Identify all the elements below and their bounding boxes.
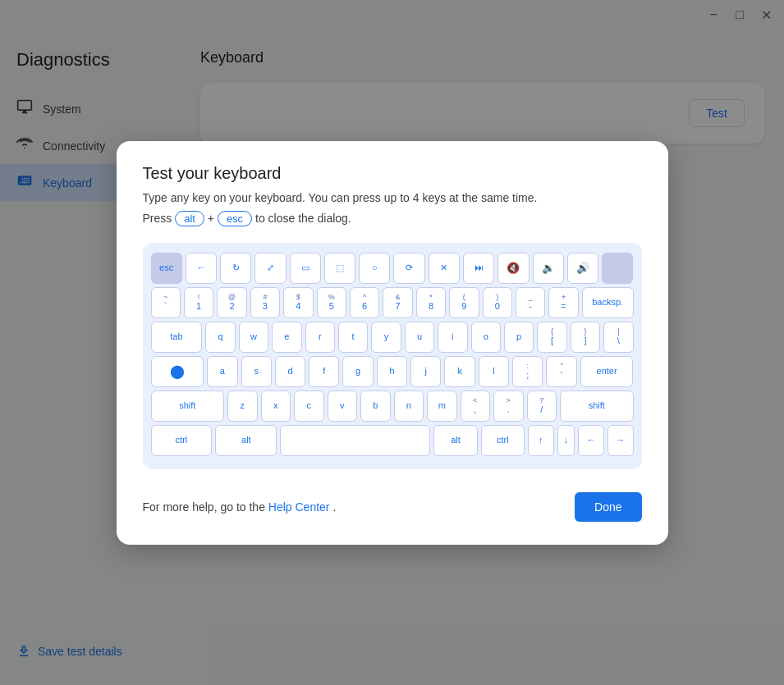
key-brightness-down[interactable]: ○	[359, 253, 390, 284]
key-forward[interactable]: ⏭	[463, 253, 494, 284]
dialog-footer: For more help, go to the Help Center . D…	[143, 492, 642, 522]
key-comma[interactable]: <,	[461, 390, 491, 422]
key-vol-up[interactable]: 🔊	[567, 253, 598, 284]
key-arrow-right[interactable]: →	[607, 425, 634, 456]
key-enter[interactable]: enter	[580, 356, 634, 387]
key-w[interactable]: w	[239, 322, 268, 353]
key-2[interactable]: @2	[217, 287, 246, 318]
key-9[interactable]: (9	[449, 287, 479, 318]
key-a[interactable]: a	[207, 356, 237, 387]
keyboard-row-asdf: ⬤ a s d f g h j k l :; "' enter	[151, 356, 634, 387]
key-b[interactable]: b	[360, 390, 391, 422]
key-refresh[interactable]: ↻	[220, 253, 251, 284]
key-p[interactable]: p	[504, 322, 534, 353]
key-arrow-left[interactable]: ←	[578, 425, 604, 456]
key-4[interactable]: $4	[283, 287, 313, 318]
key-m[interactable]: m	[427, 390, 457, 422]
key-brightness-up[interactable]: ⟳	[393, 253, 424, 284]
key-g[interactable]: g	[342, 356, 373, 387]
key-r[interactable]: r	[305, 322, 335, 353]
key-shift-right[interactable]: shift	[560, 390, 634, 422]
key-o[interactable]: o	[471, 322, 501, 353]
key-c[interactable]: c	[294, 390, 324, 422]
key-u[interactable]: u	[405, 322, 434, 353]
key-s[interactable]: s	[241, 356, 272, 387]
dialog-close-hint: Press alt + esc to close the dialog.	[143, 211, 642, 226]
key-semicolon[interactable]: :;	[512, 356, 543, 387]
key-y[interactable]: y	[371, 322, 401, 353]
keyboard-visual: esc ← ↻ ⤢ ▭ ⬚ ○ ⟳ ✕ ⏭ 🔇 🔉 🔊	[143, 243, 642, 469]
keyboard-row-qwerty: tab q w e r t y u i o p {[ }] |\	[151, 322, 634, 353]
key-n[interactable]: n	[394, 390, 424, 422]
key-rbracket[interactable]: }]	[571, 322, 600, 353]
key-backspace[interactable]: backsp.	[582, 287, 634, 318]
close-hint-suffix: to close the dialog.	[255, 212, 351, 225]
key-l[interactable]: l	[479, 356, 509, 387]
key-screenshot[interactable]: ⬚	[324, 253, 355, 284]
key-capslock[interactable]: ⬤	[151, 356, 204, 387]
key-7[interactable]: &7	[383, 287, 412, 318]
dialog-title: Test your keyboard	[143, 164, 642, 183]
key-vol-mute[interactable]: 🔇	[497, 253, 529, 284]
key-arrow-up[interactable]: ↑	[528, 425, 554, 456]
done-button[interactable]: Done	[575, 492, 641, 522]
key-6[interactable]: ^6	[350, 287, 379, 318]
key-back[interactable]: ←	[186, 253, 217, 284]
help-suffix: .	[332, 500, 336, 514]
esc-key-pill: esc	[218, 211, 252, 226]
dialog-description: Type any key on your keyboard. You can p…	[143, 191, 642, 204]
key-quote[interactable]: "'	[546, 356, 576, 387]
key-alt-right[interactable]: alt	[433, 425, 477, 456]
modal-overlay: Test your keyboard Type any key on your …	[0, 0, 784, 685]
key-equals[interactable]: +=	[548, 287, 578, 318]
key-8[interactable]: *8	[416, 287, 446, 318]
key-h[interactable]: h	[377, 356, 407, 387]
key-alt-left[interactable]: alt	[215, 425, 277, 456]
key-q[interactable]: q	[205, 322, 235, 353]
key-j[interactable]: j	[410, 356, 441, 387]
key-x[interactable]: x	[261, 390, 291, 422]
key-shift-left[interactable]: shift	[151, 390, 225, 422]
key-space[interactable]	[280, 425, 430, 456]
key-lbracket[interactable]: {[	[537, 322, 566, 353]
app-window: − □ ✕ Diagnostics System Connectivity	[0, 0, 784, 685]
key-1[interactable]: !1	[184, 287, 213, 318]
key-window[interactable]: ▭	[290, 253, 321, 284]
keyboard-row-fn: esc ← ↻ ⤢ ▭ ⬚ ○ ⟳ ✕ ⏭ 🔇 🔉 🔊	[151, 253, 634, 284]
key-ctrl-right[interactable]: ctrl	[481, 425, 525, 456]
key-fullscreen[interactable]: ⤢	[254, 253, 286, 284]
key-minus[interactable]: _-	[516, 287, 545, 318]
keyboard-row-bottom: ctrl alt alt ctrl ↑ ↓ ← →	[151, 425, 634, 456]
key-mute[interactable]: ✕	[429, 253, 460, 284]
key-tab[interactable]: tab	[151, 322, 203, 353]
key-5[interactable]: %5	[317, 287, 346, 318]
key-z[interactable]: z	[227, 390, 258, 422]
key-backtick[interactable]: ~`	[151, 287, 181, 318]
key-arrow-down[interactable]: ↓	[557, 425, 575, 456]
alt-key-pill: alt	[175, 211, 204, 226]
key-0[interactable]: )0	[483, 287, 512, 318]
key-t[interactable]: t	[338, 322, 368, 353]
key-vol-down[interactable]: 🔉	[533, 253, 564, 284]
keyboard-row-zxcv: shift z x c v b n m <, >. ?/ shift	[151, 390, 634, 422]
key-esc[interactable]: esc	[151, 253, 182, 284]
key-d[interactable]: d	[275, 356, 305, 387]
key-period[interactable]: >.	[493, 390, 524, 422]
key-backslash[interactable]: |\	[603, 322, 633, 353]
key-e[interactable]: e	[272, 322, 301, 353]
key-slash[interactable]: ?/	[527, 390, 557, 422]
keyboard-row-numbers: ~` !1 @2 #3 $4 %5 ^6 &7 *8 (9 )0 _- += b…	[151, 287, 634, 318]
key-3[interactable]: #3	[250, 287, 280, 318]
key-f[interactable]: f	[309, 356, 339, 387]
keyboard-test-dialog: Test your keyboard Type any key on your …	[117, 141, 668, 545]
key-power[interactable]	[602, 253, 633, 284]
key-i[interactable]: i	[438, 322, 467, 353]
close-hint-plus: +	[208, 212, 218, 225]
help-center-link[interactable]: Help Center	[268, 500, 330, 514]
key-ctrl-left[interactable]: ctrl	[151, 425, 213, 456]
key-k[interactable]: k	[444, 356, 475, 387]
help-text: For more help, go to the Help Center .	[143, 500, 337, 514]
key-v[interactable]: v	[328, 390, 358, 422]
close-hint-prefix: Press	[143, 212, 176, 225]
help-prefix: For more help, go to the	[143, 500, 268, 514]
